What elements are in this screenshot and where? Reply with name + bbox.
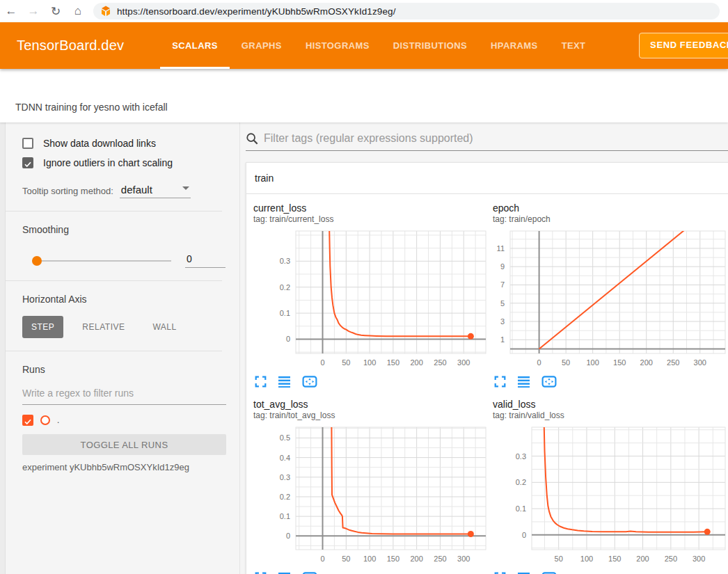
- relative-button[interactable]: RELATIVE: [73, 316, 134, 338]
- expand-chart-icon[interactable]: [494, 376, 506, 388]
- smoothing-value-input[interactable]: 0: [185, 253, 225, 268]
- chart-canvas[interactable]: 00.10.20.350100150200250300: [493, 424, 728, 569]
- chart-epoch: epoch tag: train/epoch 13579110501001502…: [493, 202, 728, 388]
- svg-text:0.2: 0.2: [516, 478, 526, 486]
- chart-canvas[interactable]: 1357911050100150200250300: [493, 228, 728, 373]
- tooltip-sorting-row: Tooltip sorting method: default: [22, 184, 225, 198]
- filter-tags-row: [241, 122, 728, 151]
- checkbox-unchecked-icon[interactable]: [22, 138, 33, 149]
- svg-text:300: 300: [694, 358, 706, 367]
- svg-text:50: 50: [342, 555, 350, 563]
- fit-domain-icon[interactable]: [302, 376, 317, 388]
- svg-text:0.3: 0.3: [280, 473, 290, 481]
- wall-button[interactable]: WALL: [143, 316, 185, 338]
- chart-title: current_loss: [253, 202, 489, 214]
- run-name: .: [57, 415, 59, 425]
- chart-tag: tag: train/valid_loss: [493, 410, 728, 420]
- chart-toolbar: [253, 376, 489, 388]
- svg-text:1: 1: [500, 335, 505, 344]
- filter-tags-input[interactable]: [264, 132, 728, 145]
- tab-graphs[interactable]: GRAPHS: [230, 22, 294, 69]
- svg-text:0.2: 0.2: [280, 283, 290, 292]
- svg-text:0: 0: [286, 532, 290, 540]
- ignore-outliers-checkbox-row[interactable]: Ignore outliers in chart scaling: [22, 157, 225, 168]
- search-icon: [246, 132, 258, 145]
- show-download-links-checkbox-row[interactable]: Show data download links: [22, 138, 225, 149]
- svg-text:100: 100: [363, 555, 376, 563]
- svg-text:200: 200: [640, 358, 653, 367]
- horizontal-axis-buttons: STEP RELATIVE WALL: [22, 316, 225, 338]
- svg-text:300: 300: [457, 555, 470, 563]
- run-color-swatch-icon: [40, 415, 50, 425]
- chart-title: valid_loss: [493, 399, 728, 410]
- run-checkbox-checked-icon[interactable]: [22, 415, 33, 426]
- send-feedback-button[interactable]: SEND FEEDBACK: [639, 33, 728, 58]
- settings-sidebar: Show data download links Ignore outliers…: [6, 122, 240, 574]
- filter-input-wrap: [246, 132, 728, 151]
- svg-text:0.4: 0.4: [280, 454, 290, 462]
- chevron-down-icon: [182, 186, 189, 190]
- svg-text:150: 150: [387, 555, 399, 563]
- runs-regex-input[interactable]: [22, 385, 226, 405]
- train-group-header[interactable]: train: [246, 163, 728, 194]
- svg-text:200: 200: [410, 555, 422, 563]
- back-icon[interactable]: ←: [0, 4, 22, 18]
- svg-text:250: 250: [667, 358, 679, 367]
- chart-canvas[interactable]: 00.10.20.3050100150200250300: [253, 228, 489, 373]
- divider: [6, 211, 222, 212]
- forward-icon[interactable]: →: [22, 4, 45, 18]
- home-icon[interactable]: ⌂: [67, 4, 89, 18]
- toggle-all-runs-button[interactable]: TOGGLE ALL RUNS: [22, 434, 226, 455]
- divider: [6, 280, 222, 281]
- page-scrollbar[interactable]: [0, 122, 6, 574]
- svg-text:0: 0: [537, 358, 541, 367]
- slider-thumb[interactable]: [32, 256, 42, 266]
- chart-valid-loss: valid_loss tag: train/valid_loss 00.10.2…: [493, 399, 728, 574]
- svg-text:250: 250: [434, 358, 446, 367]
- train-group-card: train current_loss tag: train/current_lo…: [246, 162, 728, 574]
- svg-text:200: 200: [410, 358, 422, 367]
- expand-chart-icon[interactable]: [255, 376, 267, 388]
- runs-label: Runs: [22, 364, 225, 375]
- divider: [6, 351, 222, 351]
- run-list-item[interactable]: .: [22, 415, 225, 426]
- chart-title: epoch: [493, 202, 728, 214]
- tooltip-sorting-value: default: [121, 184, 152, 196]
- chart-toolbar: [493, 376, 728, 388]
- step-button[interactable]: STEP: [22, 316, 63, 338]
- checkbox-checked-icon[interactable]: [22, 157, 33, 168]
- tooltip-sorting-dropdown[interactable]: default: [120, 184, 191, 198]
- train-group-label: train: [255, 173, 274, 184]
- chart-canvas[interactable]: 00.10.20.30.40.5050100150200250300: [253, 424, 489, 569]
- svg-text:0.1: 0.1: [280, 309, 290, 317]
- brand-title: TensorBoard.dev: [17, 38, 124, 54]
- ignore-outliers-label: Ignore outliers in chart scaling: [43, 157, 173, 168]
- runs-selector-icon[interactable]: [278, 376, 291, 388]
- fit-domain-icon[interactable]: [541, 376, 557, 388]
- svg-text:100: 100: [586, 358, 599, 367]
- experiment-id-text: experiment yKUbhb5wRmOSXYkId1z9eg: [22, 462, 225, 472]
- url-text: https://tensorboard.dev/experiment/yKUbh…: [117, 6, 396, 17]
- smoothing-slider[interactable]: [32, 260, 171, 262]
- app-header: TensorBoard.dev SCALARS GRAPHS HISTOGRAM…: [0, 22, 728, 69]
- chart-current-loss: current_loss tag: train/current_loss 00.…: [253, 202, 489, 388]
- svg-text:0: 0: [286, 335, 290, 343]
- svg-text:9: 9: [500, 262, 505, 271]
- chart-tot-avg-loss: tot_avg_loss tag: train/tot_avg_loss 00.…: [253, 399, 489, 574]
- svg-text:0.2: 0.2: [280, 493, 290, 501]
- tab-histograms[interactable]: HISTOGRAMS: [294, 22, 381, 69]
- smoothing-slider-row: 0: [22, 253, 225, 268]
- svg-text:3: 3: [500, 317, 505, 326]
- tab-scalars[interactable]: SCALARS: [160, 22, 230, 69]
- show-download-links-label: Show data download links: [43, 138, 156, 149]
- content-area: Show data download links Ignore outliers…: [0, 122, 728, 574]
- tab-text[interactable]: TEXT: [550, 22, 598, 69]
- chart-title: tot_avg_loss: [253, 399, 489, 410]
- reload-icon[interactable]: ↻: [45, 4, 67, 19]
- tab-distributions[interactable]: DISTRIBUTIONS: [381, 22, 479, 69]
- svg-text:0.1: 0.1: [280, 512, 290, 520]
- runs-selector-icon[interactable]: [517, 376, 530, 388]
- tab-hparams[interactable]: HPARAMS: [479, 22, 550, 69]
- address-bar[interactable]: https://tensorboard.dev/experiment/yKUbh…: [93, 3, 720, 19]
- chart-tag: tag: train/tot_avg_loss: [253, 410, 489, 420]
